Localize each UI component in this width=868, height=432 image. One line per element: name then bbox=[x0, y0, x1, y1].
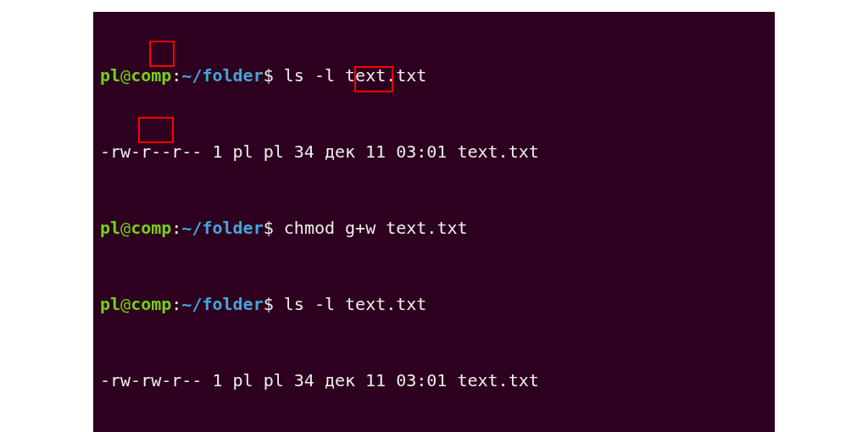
terminal-output: -rw-rw-r-- 1 pl pl 34 дек 11 03:01 text.… bbox=[100, 368, 768, 393]
prompt-host: comp bbox=[131, 294, 171, 314]
prompt-user: pl bbox=[100, 294, 120, 314]
prompt-host: comp bbox=[131, 65, 171, 86]
page-wrap: pl@comp:~/folder$ ls -l text.txt -rw-r--… bbox=[0, 0, 868, 432]
command: ls -l text.txt bbox=[274, 294, 427, 314]
prompt-path: /folder bbox=[192, 65, 263, 86]
prompt-tilde: ~ bbox=[181, 65, 192, 86]
prompt-at: @ bbox=[120, 218, 131, 238]
command: chmod g+w text.txt bbox=[274, 218, 468, 238]
command-text: chmod g+w text.txt bbox=[284, 218, 468, 238]
terminal-line: pl@comp:~/folder$ ls -l text.txt bbox=[100, 291, 768, 317]
prompt-colon: : bbox=[171, 294, 181, 314]
command: ls -l text.txt bbox=[274, 65, 427, 86]
terminal-panel-0: pl@comp:~/folder$ ls -l text.txt -rw-r--… bbox=[93, 12, 775, 432]
prompt-path: /folder bbox=[192, 294, 263, 314]
prompt-colon: : bbox=[171, 65, 181, 86]
terminal-line: pl@comp:~/folder$ chmod g+w text.txt bbox=[100, 215, 768, 241]
prompt-colon: : bbox=[171, 218, 181, 238]
prompt-host: comp bbox=[131, 218, 171, 238]
prompt-user: pl bbox=[100, 218, 120, 238]
prompt-at: @ bbox=[120, 294, 131, 314]
terminal-output: -rw-r--r-- 1 pl pl 34 дек 11 03:01 text.… bbox=[100, 139, 768, 164]
command-text: ls -l text.txt bbox=[284, 65, 427, 86]
prompt-tilde: ~ bbox=[181, 218, 192, 238]
prompt-at: @ bbox=[120, 65, 131, 86]
prompt-dollar: $ bbox=[264, 218, 274, 238]
prompt-user: pl bbox=[100, 65, 120, 86]
command-text: ls -l text.txt bbox=[284, 294, 427, 314]
prompt-tilde: ~ bbox=[181, 294, 192, 314]
prompt-path: /folder bbox=[192, 218, 263, 238]
prompt-dollar: $ bbox=[264, 294, 274, 314]
terminal-line: pl@comp:~/folder$ ls -l text.txt bbox=[100, 63, 768, 88]
prompt-dollar: $ bbox=[264, 65, 274, 86]
